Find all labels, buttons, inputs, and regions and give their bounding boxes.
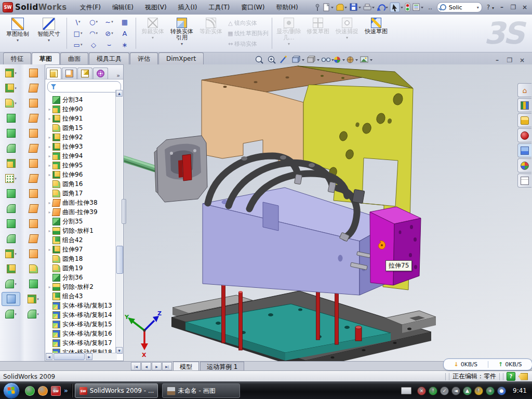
menu-item-5[interactable]: 窗口(W): [235, 0, 270, 15]
sketch-entity-11[interactable]: ∗: [117, 39, 132, 50]
extruded-cut-button[interactable]: ▾: [2, 81, 20, 95]
tree-item-22[interactable]: 实体-移动/复制13: [45, 301, 123, 310]
doc-restore-button[interactable]: ❐: [505, 56, 514, 64]
tray-update-icon[interactable]: ✓: [440, 387, 449, 395]
display-style-icon[interactable]: [308, 56, 315, 62]
sketch-entity-0[interactable]: \▾: [70, 16, 86, 28]
instant3d-button[interactable]: [2, 292, 20, 306]
save-button[interactable]: [350, 4, 357, 10]
taskbar-clock[interactable]: 9:41: [513, 387, 527, 394]
tree-filter-box[interactable]: [47, 81, 121, 92]
options-dropdown-icon[interactable]: [421, 7, 423, 9]
menu-item-1[interactable]: 编辑(E): [107, 0, 139, 15]
section-view-icon[interactable]: [281, 56, 287, 63]
hole-wizard-button[interactable]: [2, 156, 20, 170]
tab-nav-button-2[interactable]: ▶: [152, 362, 162, 370]
split-button[interactable]: [2, 202, 20, 216]
rebuild-traffic-light-icon[interactable]: [405, 3, 410, 11]
start-button[interactable]: [3, 382, 20, 399]
toolbar-overflow[interactable]: ..: [427, 4, 434, 11]
print-button[interactable]: [364, 4, 371, 10]
tree-item-19[interactable]: 分割36: [45, 273, 123, 282]
close-button[interactable]: ×: [520, 3, 530, 12]
mold-tool-5-button[interactable]: [24, 126, 43, 140]
appearances-tab[interactable]: [517, 158, 531, 172]
ribbon-tab-5[interactable]: DimXpert: [158, 52, 204, 64]
sketch-entity-3[interactable]: ▦: [117, 16, 132, 28]
new-document-button[interactable]: [324, 4, 329, 11]
ribbon-tab-4[interactable]: 评估: [130, 52, 158, 64]
menu-item-2[interactable]: 视图(V): [139, 0, 172, 15]
helix-button[interactable]: ▾: [2, 307, 20, 321]
tree-item-12[interactable]: ▸曲面-拉伸39: [45, 207, 123, 217]
mold-tool-15-button[interactable]: [24, 277, 43, 291]
quick-snaps-button[interactable]: 快速捕捉 ▾: [333, 16, 361, 50]
tree-item-24[interactable]: 实体-移动/复制15: [45, 320, 123, 329]
sketch-entity-4[interactable]: □▾: [70, 28, 86, 39]
quick-launch-safety-icon[interactable]: [38, 386, 48, 396]
help-button[interactable]: ? ▾: [485, 4, 496, 11]
combine-button[interactable]: [2, 217, 20, 231]
tree-item-16[interactable]: ▸拉伸97: [45, 245, 123, 254]
rapid-sketch-button[interactable]: 快速草图: [362, 16, 390, 50]
tree-item-2[interactable]: ▸拉伸91: [45, 114, 123, 123]
tree-item-26[interactable]: 实体-移动/复制17: [45, 338, 123, 348]
tree-item-7[interactable]: ▸拉伸95: [45, 161, 123, 170]
tab-nav-button-3[interactable]: ▶|: [162, 362, 172, 370]
view-orientation-dropdown-icon[interactable]: [302, 59, 304, 61]
hide-show-dropdown-icon[interactable]: [331, 59, 334, 61]
sketch-entity-9[interactable]: ◇: [86, 39, 101, 50]
tree-horizontal-scrollbar[interactable]: ◀ ▶: [46, 353, 117, 360]
sketch-entity-2[interactable]: ~▾: [101, 16, 117, 28]
rib-button[interactable]: [2, 187, 20, 201]
sketch-entity-10[interactable]: ⌣: [101, 39, 117, 50]
extruded-boss-button[interactable]: ▾: [2, 66, 20, 80]
scroll-up-button[interactable]: ▲: [116, 90, 123, 97]
part-slide-insert[interactable]: [124, 136, 207, 202]
tree-item-5[interactable]: ▸拉伸93: [45, 142, 123, 151]
featuremanager-design-tree-tab[interactable]: [46, 68, 61, 79]
ribbon-tab-2[interactable]: 曲面: [60, 52, 88, 64]
options-button[interactable]: [413, 4, 419, 10]
mold-tool-9-button[interactable]: [24, 187, 43, 201]
sketch-entity-6[interactable]: ⊘▾: [101, 28, 117, 39]
stack-button-1[interactable]: ▦线性草图阵列: [227, 28, 269, 38]
mold-tool-3-button[interactable]: [24, 96, 43, 110]
tag-icon[interactable]: [518, 373, 528, 380]
tree-item-8[interactable]: ▸拉伸96: [45, 170, 123, 179]
taskbar-window-0[interactable]: SWSolidWorks 2009 - ...: [75, 383, 158, 398]
taskbar-window-1[interactable]: 未命名 - 画图: [162, 383, 240, 398]
tree-item-14[interactable]: ▸切除-放样1: [45, 226, 123, 235]
h-scroll-thumb[interactable]: [54, 353, 85, 360]
sketch-entity-1[interactable]: ○▾: [86, 16, 101, 28]
minimize-button[interactable]: –: [497, 3, 507, 12]
tree-item-6[interactable]: ▸拉伸94: [45, 151, 123, 161]
menu-item-0[interactable]: 文件(F): [74, 0, 107, 15]
quick-launch-solidworks-icon[interactable]: SW: [51, 386, 61, 396]
mold-tool-13-button[interactable]: [24, 247, 43, 261]
shell-button[interactable]: [2, 126, 20, 140]
tray-sync-icon[interactable]: ●: [497, 387, 506, 395]
ribbon-tab-1[interactable]: 草图: [32, 52, 60, 64]
doc-close-button[interactable]: ×: [517, 56, 527, 64]
tray-health-icon[interactable]: +: [486, 387, 495, 395]
mold-tool-17-button[interactable]: ▾: [24, 307, 43, 321]
dimxpertmanager-tab[interactable]: [93, 68, 108, 79]
mold-tool-10-button[interactable]: [24, 202, 43, 216]
search-dropdown-icon[interactable]: ▾: [477, 5, 479, 10]
part-magenta-block[interactable]: [370, 207, 421, 285]
repair-sketch-button[interactable]: 修复草图: [304, 16, 332, 50]
display-delete-relations-button[interactable]: 显示/删除几... ▾: [275, 16, 303, 50]
stack-button-0[interactable]: △镜向实体: [227, 18, 269, 28]
sketch-dropdown-icon[interactable]: ▾: [17, 38, 19, 43]
smart-dimension-button[interactable]: 智能尺寸 ▾: [34, 16, 64, 50]
tree-item-3[interactable]: 圆角15: [45, 123, 123, 132]
mold-tool-2-button[interactable]: [24, 81, 43, 95]
mold-tool-1-button[interactable]: [24, 66, 43, 80]
select-button[interactable]: [390, 3, 400, 12]
graphics-viewport[interactable]: Y Z X: [124, 64, 532, 361]
mold-tool-14-button[interactable]: [24, 262, 43, 276]
tray-security-icon[interactable]: !: [429, 387, 437, 395]
draft-button[interactable]: [2, 141, 20, 155]
tree-item-10[interactable]: 圆角17: [45, 189, 123, 198]
